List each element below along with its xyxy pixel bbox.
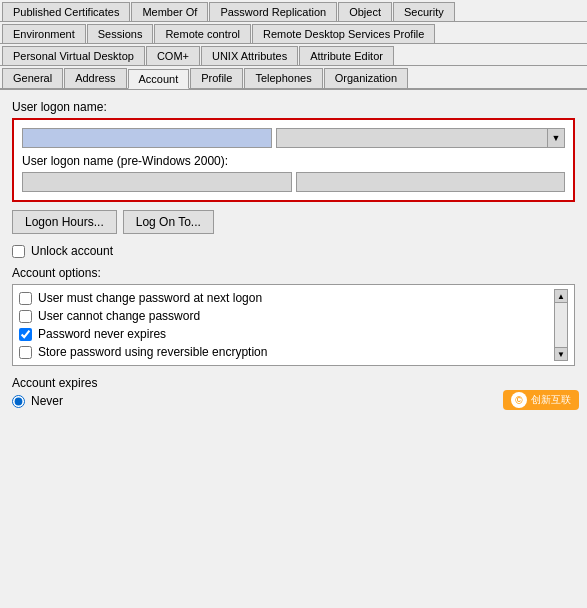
option-store-password: Store password using reversible encrypti… xyxy=(19,343,554,361)
tab-attr-editor[interactable]: Attribute Editor xyxy=(299,46,394,65)
unlock-account-checkbox[interactable] xyxy=(12,245,25,258)
options-scrollbar: ▲ ▼ xyxy=(554,289,568,361)
tab-unix-attr[interactable]: UNIX Attributes xyxy=(201,46,298,65)
logon-name-row: ▼ xyxy=(22,128,565,148)
cannot-change-label: User cannot change password xyxy=(38,309,200,323)
logon-name-input[interactable] xyxy=(22,128,272,148)
tab-telephones[interactable]: Telephones xyxy=(244,68,322,88)
tab-organization[interactable]: Organization xyxy=(324,68,408,88)
expires-label: Account expires xyxy=(12,376,575,390)
tab-object[interactable]: Object xyxy=(338,2,392,21)
options-box: User must change password at next logon … xyxy=(12,284,575,366)
unlock-account-label: Unlock account xyxy=(31,244,113,258)
never-expires-label: Password never expires xyxy=(38,327,166,341)
tab-account[interactable]: Account xyxy=(128,69,190,89)
scroll-up-btn[interactable]: ▲ xyxy=(554,289,568,303)
tab-remote-desktop[interactable]: Remote Desktop Services Profile xyxy=(252,24,435,43)
tab-address[interactable]: Address xyxy=(64,68,126,88)
tab-sessions[interactable]: Sessions xyxy=(87,24,154,43)
scroll-track xyxy=(554,303,568,347)
tab-row-1: Published Certificates Member Of Passwor… xyxy=(0,0,587,22)
domain-dropdown-btn[interactable]: ▼ xyxy=(547,128,565,148)
option-never-expires: Password never expires xyxy=(19,325,554,343)
never-radio[interactable] xyxy=(12,395,25,408)
tab-general[interactable]: General xyxy=(2,68,63,88)
watermark: © 创新互联 xyxy=(503,390,579,410)
domain-input[interactable] xyxy=(276,128,547,148)
must-change-label: User must change password at next logon xyxy=(38,291,262,305)
account-tab-content: User logon name: ▼ User logon name (pre-… xyxy=(0,90,587,418)
scroll-down-btn[interactable]: ▼ xyxy=(554,347,568,361)
options-label: Account options: xyxy=(12,266,575,280)
unlock-account-row: Unlock account xyxy=(12,244,575,258)
pre-win-label: User logon name (pre-Windows 2000): xyxy=(22,154,565,168)
tab-com[interactable]: COM+ xyxy=(146,46,200,65)
never-expires-checkbox[interactable] xyxy=(19,328,32,341)
options-list: User must change password at next logon … xyxy=(19,289,554,361)
tab-row-4: General Address Account Profile Telephon… xyxy=(0,66,587,89)
tab-member-of[interactable]: Member Of xyxy=(131,2,208,21)
logon-hours-button[interactable]: Logon Hours... xyxy=(12,210,117,234)
log-on-to-button[interactable]: Log On To... xyxy=(123,210,214,234)
cannot-change-checkbox[interactable] xyxy=(19,310,32,323)
never-label: Never xyxy=(31,394,63,408)
option-cannot-change: User cannot change password xyxy=(19,307,554,325)
tab-personal-vd[interactable]: Personal Virtual Desktop xyxy=(2,46,145,65)
store-password-checkbox[interactable] xyxy=(19,346,32,359)
logon-button-row: Logon Hours... Log On To... xyxy=(12,210,575,234)
logon-name-section: ▼ User logon name (pre-Windows 2000): xyxy=(12,118,575,202)
tab-remote-control[interactable]: Remote control xyxy=(154,24,251,43)
tab-security[interactable]: Security xyxy=(393,2,455,21)
tab-row-2: Environment Sessions Remote control Remo… xyxy=(0,22,587,44)
pre-win-row xyxy=(22,172,565,192)
tab-published-certs[interactable]: Published Certificates xyxy=(2,2,130,21)
tab-password-replication[interactable]: Password Replication xyxy=(209,2,337,21)
must-change-checkbox[interactable] xyxy=(19,292,32,305)
pre-win-prefix-input[interactable] xyxy=(22,172,292,192)
watermark-icon: © xyxy=(511,392,527,408)
tab-environment[interactable]: Environment xyxy=(2,24,86,43)
option-must-change: User must change password at next logon xyxy=(19,289,554,307)
pre-win-name-input[interactable] xyxy=(296,172,566,192)
tab-profile[interactable]: Profile xyxy=(190,68,243,88)
never-radio-row: Never xyxy=(12,394,575,408)
logon-name-label: User logon name: xyxy=(12,100,575,114)
domain-dropdown: ▼ xyxy=(276,128,565,148)
watermark-text: 创新互联 xyxy=(531,393,571,407)
store-password-label: Store password using reversible encrypti… xyxy=(38,345,267,359)
account-options-section: Account options: User must change passwo… xyxy=(12,266,575,366)
account-expires-section: Account expires Never xyxy=(12,376,575,408)
tab-row-3: Personal Virtual Desktop COM+ UNIX Attri… xyxy=(0,44,587,66)
